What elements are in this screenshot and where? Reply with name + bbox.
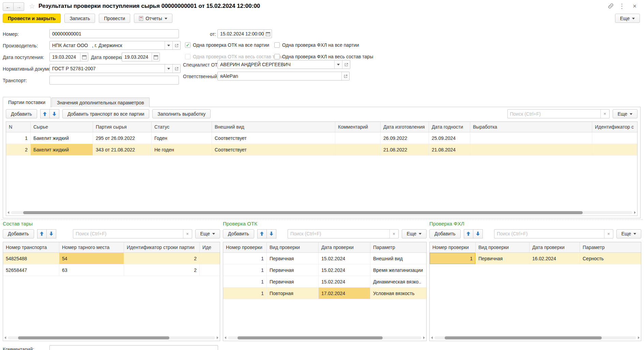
otk-specialist-open-button[interactable] [342, 60, 350, 69]
post-and-close-button[interactable]: Провести и закрыть [3, 14, 61, 23]
cell-check-number[interactable]: 1 [223, 288, 267, 299]
batches-more-button[interactable]: Еще [613, 109, 638, 118]
form-more-button[interactable]: Еще [615, 14, 640, 23]
receipt-date-calendar-button[interactable] [80, 53, 88, 61]
column-header-check-number[interactable]: Номер проверки [223, 242, 267, 252]
search-clear-button[interactable]: × [604, 230, 613, 238]
add-row-button[interactable]: Добавить [3, 229, 34, 238]
column-header-check-date[interactable]: Дата проверки [530, 242, 580, 252]
cell-check-kind[interactable]: Повторная [267, 288, 319, 299]
scroll-right-icon[interactable] [423, 336, 425, 339]
scrollbar-track[interactable] [228, 336, 421, 339]
cell-check-number[interactable]: 1 [223, 264, 267, 276]
column-header-comment[interactable]: Комментарий [335, 122, 381, 132]
scrollbar-track[interactable] [8, 336, 215, 339]
receipt-date-field[interactable]: 19.03.2024 [49, 53, 88, 61]
tab-extra-parameters[interactable]: Значения дополнительных параметров [51, 98, 150, 107]
column-header-transport[interactable]: Номер транспорта [3, 242, 59, 252]
cell-made-date[interactable]: 26.09.2022 [381, 132, 429, 144]
cell-parameter[interactable]: Условная вязкость [370, 288, 426, 299]
column-header-check-kind[interactable]: Вид проверки [476, 242, 530, 252]
cell-check-kind[interactable]: Первичная [476, 253, 530, 264]
column-header-appearance[interactable]: Внешний вид [212, 122, 335, 132]
tab-batches[interactable]: Партии поставки [3, 97, 51, 107]
otk-specialist-dropdown-button[interactable] [334, 60, 342, 69]
cell-check-number[interactable]: 1 [223, 276, 267, 287]
column-header-check-date[interactable]: Дата проверки [319, 242, 370, 252]
scroll-left-icon[interactable] [7, 211, 9, 214]
cell-check-number[interactable]: 1 [223, 253, 267, 264]
cell-identifier[interactable] [200, 264, 220, 276]
scrollbar-thumb[interactable] [18, 336, 169, 339]
check-date-calendar-button[interactable] [152, 53, 159, 61]
cell-check-date-active[interactable]: 17.02.2024 [319, 288, 370, 299]
search-clear-button[interactable]: × [389, 230, 398, 238]
cell-material[interactable]: Бакелит жидкий [31, 132, 93, 144]
save-button[interactable]: Записать [64, 14, 95, 23]
otk-specialist-field[interactable]: АВЕРИН АНДРЕЙ СЕРГЕЕВИЧ [217, 60, 350, 69]
scrollbar-track[interactable] [434, 336, 636, 339]
panel-splitter[interactable] [1, 219, 643, 220]
column-header-check-kind[interactable]: Вид проверки [267, 242, 319, 252]
cell-batch-row-id[interactable]: 2 [124, 253, 200, 264]
search-input[interactable] [494, 231, 604, 236]
table-row-selected[interactable]: 54825488 54 2 [3, 253, 220, 264]
move-up-button[interactable] [257, 229, 267, 238]
add-row-button[interactable]: Добавить [6, 109, 37, 118]
cell-parameter[interactable]: Внешний вид [370, 253, 426, 264]
move-up-button[interactable] [464, 229, 473, 238]
cell-check-number-active[interactable]: 1 [430, 253, 476, 264]
scrollbar-thumb[interactable] [237, 336, 383, 339]
column-header-identifier[interactable]: Иде [200, 242, 220, 252]
scroll-left-icon[interactable] [225, 336, 226, 339]
cell-place-active[interactable]: 54 [59, 253, 124, 264]
cell-check-date[interactable]: 15.02.2024 [319, 264, 370, 276]
responsible-open-button[interactable] [341, 72, 349, 80]
cell-batch[interactable]: 343 от 21.08.2022 [93, 144, 152, 155]
cell-batch[interactable]: 295 от 26.09.2022 [93, 132, 152, 144]
cell-output[interactable] [470, 144, 592, 155]
search-input[interactable] [73, 231, 183, 236]
forward-button[interactable]: → [14, 2, 24, 11]
cell-status[interactable]: Не годен [152, 144, 212, 155]
column-header-batch[interactable]: Партия сырья [93, 122, 152, 132]
normative-doc-field[interactable]: ГОСТ Р 52781-2007 [49, 64, 181, 73]
cell-expiry-date[interactable]: 21.08.2024 [429, 144, 470, 155]
column-header-status[interactable]: Статус [152, 122, 212, 132]
column-header-identifier[interactable]: Идентификатор с [592, 122, 637, 132]
column-header-batch-row-id[interactable]: Идентификатор строки партии [124, 242, 200, 252]
number-field[interactable] [49, 29, 179, 38]
table-row[interactable]: 52658447 63 2 [3, 264, 220, 276]
column-header-parameter[interactable]: Параметр [370, 242, 426, 252]
add-transport-all-button[interactable]: Добавить транспорт во все партии [62, 109, 149, 118]
manufacturer-field[interactable]: НПК Астат ООО , г. Дзержинск [49, 41, 181, 50]
table-row-selected[interactable]: 2 Бакелит жидкий 343 от 21.08.2022 Не го… [6, 144, 637, 156]
comment-field[interactable] [49, 345, 218, 350]
column-header-output[interactable]: Выработка [470, 122, 592, 132]
from-date-calendar-button[interactable] [264, 30, 272, 38]
scroll-right-icon[interactable] [638, 336, 640, 339]
cell-check-kind[interactable]: Первичная [267, 276, 319, 287]
fill-output-button[interactable]: Заполнить выработку [152, 109, 211, 118]
cell-made-date[interactable]: 21.08.2022 [381, 144, 429, 155]
table-row[interactable]: 1 Первичная 15.02.2024 Внешний вид [223, 253, 426, 264]
scroll-left-icon[interactable] [4, 336, 6, 339]
cell-comment[interactable] [335, 132, 381, 144]
column-header-check-number[interactable]: Номер проверки [430, 242, 476, 252]
back-button[interactable]: ← [3, 2, 14, 11]
scroll-left-icon[interactable] [431, 336, 433, 339]
table-row[interactable]: 1 Бакелит жидкий 295 от 26.09.2022 Годен… [6, 132, 637, 144]
cell-status[interactable]: Годен [152, 132, 212, 144]
table-row[interactable]: 1 Первичная 15.02.2024 Время желатинизац… [223, 264, 426, 276]
checkbox-otk-all-batches[interactable]: ✓ Одна проверка ОТК на все партии [185, 42, 269, 48]
column-header-parameter[interactable]: Параметр [580, 242, 641, 252]
reports-button[interactable]: Отчеты [134, 14, 172, 23]
cell-identifier[interactable] [592, 144, 637, 155]
check-date-field[interactable]: 19.03.2024 [122, 53, 160, 61]
cell-comment[interactable] [335, 144, 381, 155]
cell-parameter[interactable]: Динамическая вязко.. [370, 276, 426, 287]
favorite-star-icon[interactable]: ☆ [29, 2, 35, 10]
cell-n[interactable]: 2 [6, 144, 31, 155]
table-row-selected[interactable]: 1 Первичная 16.02.2024 Серность [430, 253, 641, 264]
move-down-button[interactable] [47, 229, 56, 238]
